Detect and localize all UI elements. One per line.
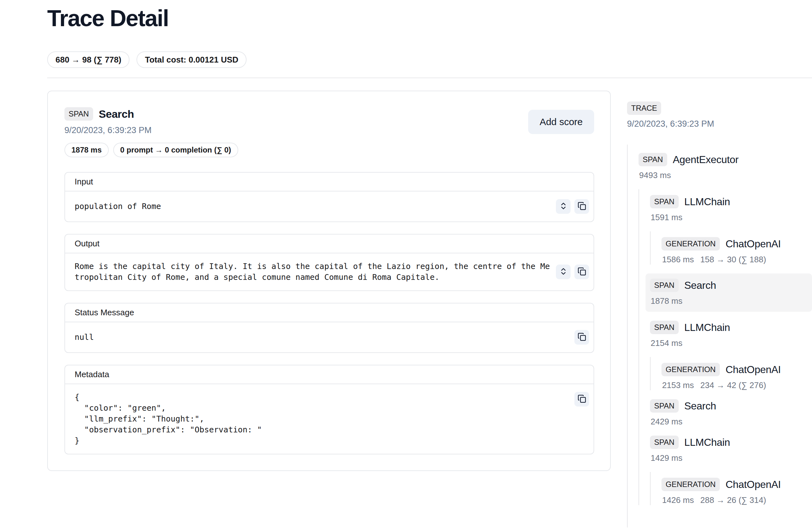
span-type-badge: SPAN [650, 278, 679, 292]
observation-card-header: SPAN Search 9/20/2023, 6:39:23 PM 1878 m… [64, 107, 594, 157]
node-title: ChatOpenAI [726, 479, 781, 490]
node-title: LLMChain [684, 322, 730, 333]
generation-type-badge: GENERATION [662, 478, 720, 491]
span-type-badge: SPAN [650, 435, 679, 449]
copy-icon [578, 394, 586, 404]
tree-children: SPANLLMChain1591 msGENERATIONChatOpenAI1… [638, 189, 812, 505]
node-duration: 1586 ms [662, 254, 694, 264]
node-title: Search [684, 279, 716, 291]
node-title: AgentExecutor [673, 154, 739, 166]
tree-node-chatopenai[interactable]: GENERATIONChatOpenAI1586 ms158 → 30 (∑ 1… [662, 237, 812, 264]
input-actions [556, 199, 589, 214]
input-section: Input population of Rome [64, 172, 594, 222]
token-usage-badge: 680 → 98 (∑ 778) [47, 52, 130, 68]
node-meta: 9493 ms [638, 170, 812, 180]
node-head: SPANSearch [650, 278, 812, 292]
input-expand-button[interactable] [556, 199, 570, 214]
tree-node-chatopenai[interactable]: GENERATIONChatOpenAI1426 ms288 → 26 (∑ 3… [662, 478, 812, 505]
output-actions [556, 264, 589, 279]
chevrons-up-down-icon [559, 267, 568, 277]
node-duration: 1426 ms [662, 495, 694, 505]
trace-type-badge: TRACE [627, 101, 661, 115]
node-meta: 1429 ms [650, 453, 812, 463]
status-message-copy-button[interactable] [575, 330, 589, 345]
node-duration: 1429 ms [651, 453, 682, 463]
node-duration: 2429 ms [651, 416, 682, 427]
node-duration: 2153 ms [662, 380, 694, 390]
observation-title-row: SPAN Search [64, 107, 238, 120]
tree-node-llmchain[interactable]: SPANLLMChain1591 ms [650, 195, 812, 223]
output-section-title: Output [65, 234, 594, 253]
trace-tree: TRACE 9/20/2023, 6:39:23 PM SPANAgentExe… [627, 101, 812, 531]
node-meta: 2153 ms234 → 42 (∑ 276) [662, 380, 812, 390]
tree-node-llmchain[interactable]: SPANLLMChain1429 ms [650, 435, 812, 463]
node-title: Search [684, 400, 716, 412]
node-title: LLMChain [684, 196, 730, 208]
node-head: GENERATIONChatOpenAI [662, 478, 812, 491]
input-copy-button[interactable] [575, 199, 589, 214]
node-head: GENERATIONChatOpenAI [662, 237, 812, 250]
status-message-section: Status Message null [64, 303, 594, 353]
node-duration: 1591 ms [651, 212, 682, 223]
observation-timestamp: 9/20/2023, 6:39:23 PM [64, 125, 238, 135]
tree-node-search[interactable]: SPANSearch1878 ms [646, 273, 812, 312]
copy-icon [578, 332, 586, 342]
output-value: Rome is the capital city of Italy. It is… [75, 261, 552, 283]
status-message-section-content: null [65, 322, 594, 352]
generation-type-badge: GENERATION [662, 363, 720, 376]
metadata-copy-button[interactable] [575, 392, 589, 406]
divider [47, 77, 812, 78]
node-head: SPANSearch [650, 399, 812, 413]
tree-children: GENERATIONChatOpenAI2153 ms234 → 42 (∑ 2… [650, 357, 812, 390]
total-cost-badge: Total cost: 0.00121 USD [136, 52, 247, 68]
span-type-badge: SPAN [650, 321, 679, 334]
node-meta: 1591 ms [650, 212, 812, 223]
metadata-section-title: Metadata [65, 365, 594, 384]
page-title: Trace Detail [47, 6, 812, 31]
observation-title: Search [99, 108, 134, 120]
node-meta: 1426 ms288 → 26 (∑ 314) [662, 495, 812, 505]
tree-node-search[interactable]: SPANSearch2429 ms [650, 399, 812, 427]
output-section: Output Rome is the capital city of Italy… [64, 234, 594, 291]
span-type-badge: SPAN [638, 153, 667, 166]
metadata-section: Metadata { "color": "green", "llm_prefix… [64, 365, 594, 455]
generation-type-badge: GENERATION [662, 237, 720, 250]
node-title: ChatOpenAI [726, 364, 781, 376]
tree-node-chatopenai[interactable]: GENERATIONChatOpenAI2153 ms234 → 42 (∑ 2… [662, 363, 812, 390]
node-head: GENERATIONChatOpenAI [662, 363, 812, 376]
node-token-usage: 158 → 30 (∑ 188) [700, 254, 766, 264]
input-section-title: Input [65, 173, 594, 191]
copy-icon [578, 202, 586, 211]
metadata-value: { "color": "green", "llm_prefix": "Thoug… [75, 392, 570, 446]
observation-badges: 1878 ms 0 prompt → 0 completion (∑ 0) [64, 143, 238, 157]
span-type-badge: SPAN [650, 399, 679, 413]
observation-sections: Input population of Rome [64, 172, 594, 455]
observation-header-left: SPAN Search 9/20/2023, 6:39:23 PM 1878 m… [64, 107, 238, 157]
tree-node-llmchain[interactable]: SPANLLMChain2154 ms [650, 321, 812, 348]
node-meta: 2154 ms [650, 338, 812, 348]
status-message-section-title: Status Message [65, 303, 594, 322]
tree-children: GENERATIONChatOpenAI1426 ms288 → 26 (∑ 3… [650, 472, 812, 505]
node-title: LLMChain [684, 436, 730, 448]
node-token-usage: 234 → 42 (∑ 276) [700, 380, 766, 390]
output-copy-button[interactable] [575, 264, 589, 279]
output-section-content: Rome is the capital city of Italy. It is… [65, 253, 594, 290]
tree-children: GENERATIONChatOpenAI1586 ms158 → 30 (∑ 1… [650, 231, 812, 264]
node-token-usage: 288 → 26 (∑ 314) [700, 495, 766, 505]
node-meta: 2429 ms [650, 416, 812, 427]
latency-badge: 1878 ms [64, 143, 109, 157]
trace-summary-badges: 680 → 98 (∑ 778) Total cost: 0.00121 USD [47, 52, 812, 68]
trace-timestamp: 9/20/2023, 6:39:23 PM [627, 119, 812, 129]
add-score-button[interactable]: Add score [528, 110, 594, 134]
status-message-value: null [75, 332, 570, 343]
node-meta: 1878 ms [650, 296, 812, 306]
metadata-section-content: { "color": "green", "llm_prefix": "Thoug… [65, 384, 594, 454]
node-head: SPANAgentExecutor [638, 153, 812, 166]
trace-root-node[interactable]: TRACE [627, 101, 812, 115]
node-head: SPANLLMChain [650, 321, 812, 334]
copy-icon [578, 267, 586, 277]
tree-node-agentexecutor[interactable]: SPANAgentExecutor9493 ms [638, 153, 812, 180]
node-title: ChatOpenAI [726, 238, 781, 250]
output-expand-button[interactable] [556, 264, 570, 279]
node-head: SPANLLMChain [650, 435, 812, 449]
